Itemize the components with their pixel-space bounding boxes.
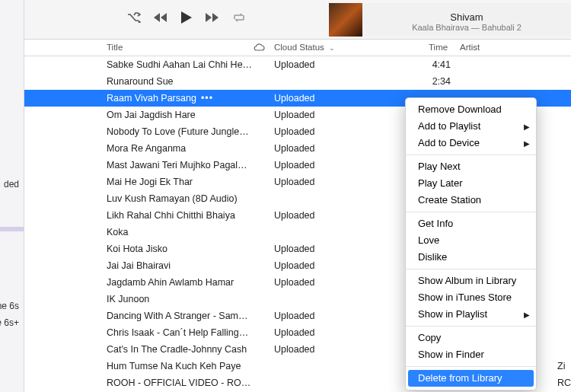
row-cloud-status: Uploaded xyxy=(274,241,381,257)
submenu-arrow-icon: ▶ xyxy=(524,120,530,134)
row-title: Cat's In The Cradle-Johnny Cash xyxy=(107,341,266,358)
table-row[interactable]: Sabke Sudhi Aahan Lai Chhi He…Uploaded4:… xyxy=(24,56,571,73)
column-time[interactable]: Time xyxy=(429,40,448,52)
row-title: Koka xyxy=(107,224,266,241)
sidebar: ded ne 6s e 6s+ xyxy=(0,0,24,392)
column-cloud-status[interactable]: Cloud Status ⌄ xyxy=(274,40,335,52)
row-title: Jagdamb Ahin Awlamb Hamar xyxy=(107,274,266,291)
row-cloud-status: Uploaded xyxy=(274,274,381,291)
row-cloud-status: Uploaded xyxy=(274,123,381,140)
menu-separator xyxy=(406,212,536,212)
row-title: Raam Vivah Parsang••• xyxy=(107,90,266,107)
menu-delete-from-library[interactable]: Delete from Library xyxy=(408,370,534,387)
sidebar-item-iphone6s-plus[interactable]: e 6s+ xyxy=(0,315,24,330)
player-bar: Shivam Kaala Bhairava — Bahubali 2 xyxy=(24,0,571,40)
row-cloud-status: Uploaded xyxy=(274,140,381,157)
row-title: Jai Jai Bhairavi xyxy=(107,257,266,274)
row-title: Koi Hota Jisko xyxy=(107,241,266,257)
now-playing-subtitle: Kaala Bhairava — Bahubali 2 xyxy=(368,23,565,32)
column-title[interactable]: Title xyxy=(107,40,123,52)
row-cloud-status: Uploaded xyxy=(274,157,381,174)
menu-play-next[interactable]: Play Next xyxy=(406,158,536,175)
menu-copy[interactable]: Copy xyxy=(406,330,536,346)
row-title: Runaround Sue xyxy=(107,73,266,90)
row-cloud-status: Uploaded xyxy=(274,341,381,358)
menu-separator xyxy=(406,366,536,367)
menu-show-album[interactable]: Show Album in Library xyxy=(406,272,536,289)
row-cloud-status: Uploaded xyxy=(274,56,381,73)
album-art xyxy=(329,3,362,37)
menu-play-later[interactable]: Play Later xyxy=(406,175,536,192)
menu-dislike[interactable]: Dislike xyxy=(406,249,536,266)
playback-controls xyxy=(127,11,246,24)
row-title: Hum Tumse Na Kuch Keh Paye xyxy=(107,358,266,374)
menu-create-station[interactable]: Create Station xyxy=(406,192,536,209)
row-title: Mai He Jogi Ek Thar xyxy=(107,174,266,190)
row-title: IK Junoon xyxy=(107,291,266,308)
row-cloud-status: Uploaded xyxy=(274,107,381,123)
previous-icon[interactable] xyxy=(153,12,168,23)
row-artist: RC xyxy=(557,374,571,391)
menu-show-finder[interactable]: Show in Finder xyxy=(406,346,536,363)
row-artist: Zi xyxy=(557,358,571,374)
row-time: 2:34 xyxy=(420,73,451,90)
sidebar-item-iphone6s[interactable]: ne 6s xyxy=(0,298,24,314)
row-cloud-status: Uploaded xyxy=(274,207,381,224)
row-title: Chris Isaak - Can´t Help Falling… xyxy=(107,324,266,341)
now-playing[interactable]: Shivam Kaala Bhairava — Bahubali 2 xyxy=(329,3,571,37)
row-title: Likh Rahal Chhi Chitthi Bhaiya xyxy=(107,207,266,224)
row-title: Dancing With A Stranger - Sam… xyxy=(107,308,266,324)
row-cloud-status: Uploaded xyxy=(274,308,381,324)
row-title: Mora Re Anganma xyxy=(107,140,266,157)
menu-show-playlist[interactable]: Show in Playlist▶ xyxy=(406,306,536,323)
menu-show-store[interactable]: Show in iTunes Store xyxy=(406,289,536,306)
column-headers: Title Cloud Status ⌄ Time Artist Alb xyxy=(24,40,571,56)
submenu-arrow-icon: ▶ xyxy=(524,137,530,151)
submenu-arrow-icon: ▶ xyxy=(524,308,530,322)
menu-get-info[interactable]: Get Info xyxy=(406,215,536,232)
row-time: 4:41 xyxy=(420,56,451,73)
chevron-down-icon: ⌄ xyxy=(329,44,335,52)
menu-remove-download[interactable]: Remove Download xyxy=(406,101,536,118)
sidebar-item-downloaded[interactable]: ded xyxy=(4,177,24,192)
play-icon[interactable] xyxy=(180,11,193,24)
row-cloud-status: Uploaded xyxy=(274,257,381,274)
menu-separator xyxy=(406,326,536,327)
context-menu: Remove Download Add to Playlist▶ Add to … xyxy=(405,97,537,390)
shuffle-icon[interactable] xyxy=(127,12,141,23)
column-artist[interactable]: Artist xyxy=(460,40,480,52)
row-title: Nobody To Love (Future Jungle… xyxy=(107,123,266,140)
row-actions-icon[interactable]: ••• xyxy=(201,93,213,104)
row-title: ROOH - OFFICIAL VIDEO - RO… xyxy=(107,374,266,391)
row-title: Sabke Sudhi Aahan Lai Chhi He… xyxy=(107,56,266,73)
menu-separator xyxy=(406,155,536,155)
now-playing-title: Shivam xyxy=(368,11,565,23)
menu-love[interactable]: Love xyxy=(406,232,536,249)
row-cloud-status: Uploaded xyxy=(274,174,381,190)
row-cloud-status: Uploaded xyxy=(274,90,381,107)
sidebar-item-selected[interactable] xyxy=(0,227,24,231)
row-cloud-status: Uploaded xyxy=(274,324,381,341)
row-title: Luv Kush Ramayan (8D Audio) xyxy=(107,190,266,207)
menu-add-to-device[interactable]: Add to Device▶ xyxy=(406,135,536,151)
row-title: Om Jai Jagdish Hare xyxy=(107,107,266,123)
menu-add-to-playlist[interactable]: Add to Playlist▶ xyxy=(406,118,536,135)
cloud-icon[interactable] xyxy=(253,43,265,52)
menu-separator xyxy=(406,269,536,269)
table-row[interactable]: Runaround Sue2:34 xyxy=(24,73,571,90)
row-title: Mast Jawani Teri Mujhko Pagal… xyxy=(107,157,266,174)
next-icon[interactable] xyxy=(205,12,220,23)
repeat-icon[interactable] xyxy=(232,12,246,23)
